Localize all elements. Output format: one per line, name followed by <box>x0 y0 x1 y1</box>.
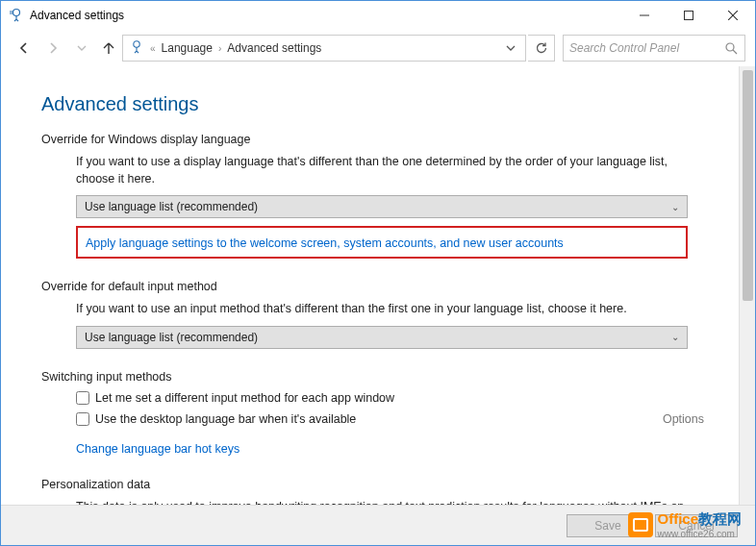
address-bar[interactable]: « Language › Advanced settings <box>122 35 526 62</box>
highlighted-link-box: Apply language settings to the welcome s… <box>76 226 688 259</box>
svg-point-0 <box>13 10 20 16</box>
page-title: Advanced settings <box>41 93 712 115</box>
checkbox-language-bar-label: Use the desktop language bar when it's a… <box>95 412 356 426</box>
breadcrumb-language[interactable]: Language <box>162 41 213 55</box>
address-dropdown-icon[interactable] <box>502 43 519 53</box>
window-title: Advanced settings <box>30 9 124 22</box>
svg-rect-2 <box>685 12 693 20</box>
input-method-value: Use language list (recommended) <box>85 331 258 344</box>
chevron-down-icon: ⌄ <box>671 202 679 212</box>
chevron-right-icon: › <box>218 43 221 54</box>
back-button[interactable] <box>11 35 38 62</box>
address-icon <box>129 39 144 58</box>
input-method-dropdown[interactable]: Use language list (recommended) ⌄ <box>76 326 688 349</box>
display-language-value: Use language list (recommended) <box>85 200 258 213</box>
forward-button[interactable] <box>39 35 66 62</box>
chevron-left-icon: « <box>150 43 156 54</box>
cancel-button[interactable]: Cancel <box>655 514 738 537</box>
refresh-button[interactable] <box>528 35 555 62</box>
window: Advanced settings « Language › Advanced … <box>0 0 756 546</box>
app-icon <box>9 8 24 23</box>
save-button[interactable]: Save <box>567 514 649 537</box>
svg-point-5 <box>134 40 139 46</box>
checkbox-per-app-input[interactable]: Let me set a different input method for … <box>76 391 712 405</box>
titlebar: Advanced settings <box>1 1 755 30</box>
svg-line-7 <box>733 50 737 54</box>
section-switching: Switching input methods <box>41 370 712 384</box>
navbar: « Language › Advanced settings <box>1 30 755 66</box>
display-language-dropdown[interactable]: Use language list (recommended) ⌄ <box>76 195 688 218</box>
scrollbar[interactable] <box>739 66 755 505</box>
checkbox-language-bar[interactable]: Use the desktop language bar when it's a… <box>76 412 663 426</box>
recent-dropdown-icon[interactable] <box>68 35 95 62</box>
section-override-display: Override for Windows display language <box>41 133 712 146</box>
override-display-desc: If you want to use a display language th… <box>76 154 692 187</box>
breadcrumb-advanced[interactable]: Advanced settings <box>227 41 321 55</box>
personalization-desc: This data is only used to improve handwr… <box>76 499 692 506</box>
hotkeys-link[interactable]: Change language bar hot keys <box>76 442 239 456</box>
checkbox-language-bar-box[interactable] <box>76 412 89 426</box>
minimize-button[interactable] <box>622 1 667 30</box>
apply-language-link[interactable]: Apply language settings to the welcome s… <box>86 236 564 250</box>
options-link[interactable]: Options <box>663 412 704 426</box>
up-button[interactable] <box>97 37 120 60</box>
search-icon <box>723 42 739 55</box>
scrollbar-thumb[interactable] <box>743 70 753 301</box>
checkbox-per-app-input-box[interactable] <box>76 391 89 405</box>
bottom-bar: Save Cancel <box>1 505 755 545</box>
content-area: Advanced settings Override for Windows d… <box>1 66 755 505</box>
checkbox-per-app-label: Let me set a different input method for … <box>95 391 394 405</box>
maximize-button[interactable] <box>667 1 711 30</box>
section-personalization: Personalization data <box>41 478 712 491</box>
override-input-desc: If you want to use an input method that'… <box>76 301 692 318</box>
chevron-down-icon: ⌄ <box>671 332 679 342</box>
section-override-input: Override for default input method <box>41 280 712 293</box>
search-box[interactable] <box>563 35 745 62</box>
content-scroll: Advanced settings Override for Windows d… <box>1 66 739 505</box>
search-input[interactable] <box>569 41 723 55</box>
svg-point-6 <box>726 43 734 51</box>
close-button[interactable] <box>711 1 755 30</box>
